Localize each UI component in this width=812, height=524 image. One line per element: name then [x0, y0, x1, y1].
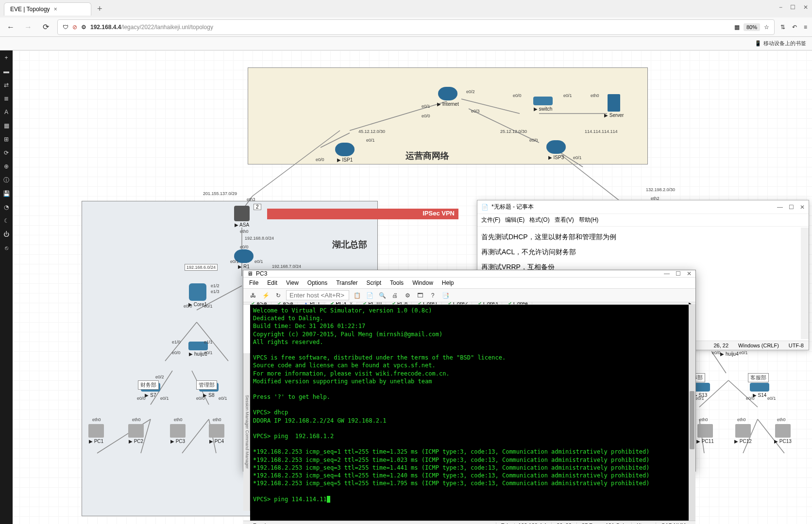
- session-icon[interactable]: 🗔: [415, 291, 425, 300]
- refresh-icon[interactable]: ⟳: [2, 148, 11, 157]
- device-switch[interactable]: ▶ switch: [533, 97, 553, 112]
- menu-edit[interactable]: Edit: [267, 279, 277, 286]
- host-input[interactable]: [286, 290, 349, 300]
- menu-view[interactable]: 查看(V): [555, 216, 574, 224]
- device-pc4[interactable]: ▶ PC4: [209, 424, 224, 444]
- qr-icon[interactable]: ▦: [734, 24, 740, 31]
- device-internet[interactable]: ▶ Internet: [437, 87, 459, 107]
- menu-script[interactable]: Script: [366, 279, 381, 286]
- device-asa[interactable]: ▶ ASA: [234, 206, 250, 228]
- terminal-title-text: 🖥 PC3: [247, 270, 664, 277]
- reconnect-icon[interactable]: ↻: [273, 291, 283, 300]
- device-server[interactable]: ▶ Server: [604, 94, 624, 118]
- maximize-icon[interactable]: ☐: [789, 204, 794, 211]
- settings-icon[interactable]: ⚙: [403, 291, 412, 300]
- clock-icon[interactable]: ◔: [2, 203, 11, 212]
- maximize-icon[interactable]: ☐: [676, 270, 681, 277]
- lock-icon[interactable]: ⊘: [72, 24, 77, 31]
- notepad-line: 再测试ACL，不允许访问财务部: [481, 245, 805, 260]
- menu-format[interactable]: 格式(O): [529, 216, 549, 224]
- url-box[interactable]: 🛡 ⊘ ⚙ 192.168.4.4/legacy/2022/lanhaikeji…: [57, 19, 775, 35]
- link-icon[interactable]: ⇄: [2, 81, 11, 89]
- about-icon[interactable]: 📑: [440, 291, 450, 300]
- menu-edit[interactable]: 编辑(E): [505, 216, 524, 224]
- connect-icon[interactable]: 🖧: [248, 291, 258, 300]
- zoom-badge[interactable]: 80%: [744, 23, 760, 31]
- close-icon[interactable]: ✕: [803, 4, 808, 11]
- port-label: e0/1: [563, 93, 572, 98]
- save-icon[interactable]: 💾: [2, 189, 11, 198]
- maximize-icon[interactable]: ☐: [790, 4, 795, 11]
- star-icon[interactable]: ☆: [764, 24, 769, 31]
- dept-guanli: 管理部: [196, 380, 217, 390]
- help-icon[interactable]: ?: [428, 291, 438, 300]
- menu-help[interactable]: 帮助(H): [579, 216, 599, 224]
- session-manager-label[interactable]: Session Manager Command Manager: [243, 353, 250, 511]
- menu-icon[interactable]: ≡: [804, 24, 807, 31]
- browser-tab[interactable]: EVE | Topology ×: [4, 2, 91, 16]
- dark-icon[interactable]: ☾: [2, 216, 11, 225]
- topology-canvas[interactable]: + ▬ ⇄ ≣ A ▦ ⊞ ⟳ ⊕ ⓘ 💾 ◔ ☾ ⏻ ⎋ 运营商网络 湖北总部…: [0, 50, 812, 524]
- print-icon[interactable]: 🖨: [390, 291, 400, 300]
- close-icon[interactable]: ×: [54, 6, 57, 13]
- close-icon[interactable]: ✕: [687, 270, 692, 277]
- menu-file[interactable]: File: [249, 279, 258, 286]
- device-pc11[interactable]: ▶ PC11: [696, 424, 714, 444]
- terminal-titlebar[interactable]: 🖥 PC3 — ☐ ✕: [243, 270, 695, 278]
- minimize-icon[interactable]: —: [777, 204, 783, 211]
- menu-transfer[interactable]: Transfer: [336, 279, 357, 286]
- mobile-bookmarks-link[interactable]: 📱 移动设备上的书签: [755, 40, 806, 47]
- settings-icon[interactable]: ⚙: [81, 24, 86, 31]
- image-icon[interactable]: ▦: [2, 121, 11, 130]
- port-label: e0/1: [422, 104, 430, 109]
- text-icon[interactable]: A: [2, 108, 11, 116]
- forward-button[interactable]: →: [22, 21, 34, 33]
- list-icon[interactable]: ≣: [2, 94, 11, 103]
- menu-tools[interactable]: Tools: [390, 279, 404, 286]
- notepad-scrollbar[interactable]: [801, 228, 809, 339]
- shield-icon[interactable]: 🛡: [63, 24, 68, 31]
- terminal-window[interactable]: 🖥 PC3 — ☐ ✕ File Edit View Options Trans…: [243, 270, 696, 472]
- paste-icon[interactable]: 📄: [365, 291, 374, 300]
- device-pc2[interactable]: ▶ PC2: [128, 424, 144, 444]
- menu-options[interactable]: Options: [307, 279, 327, 286]
- port-label: e0/0: [196, 396, 205, 401]
- port-label: e0/0: [513, 93, 522, 98]
- copy-icon[interactable]: 📋: [352, 291, 362, 300]
- browser-chrome: EVE | Topology × + − ☐ ✕ ← → ⟳ 🛡 ⊘ ⚙ 192…: [0, 0, 812, 51]
- exit-icon[interactable]: ⎋: [2, 244, 11, 252]
- device-pc1[interactable]: ▶ PC1: [88, 424, 104, 444]
- menu-help[interactable]: Help: [442, 279, 454, 286]
- node-icon[interactable]: ▬: [2, 67, 11, 76]
- terminal-body[interactable]: Welcome to Virtual PC Simulator, version…: [250, 305, 695, 521]
- undo-icon[interactable]: ↶: [792, 24, 797, 31]
- find-icon[interactable]: 🔍: [377, 291, 387, 300]
- device-pc12[interactable]: ▶ PC12: [734, 424, 752, 444]
- scroll-thumb[interactable]: [690, 391, 694, 449]
- device-isp1[interactable]: ▶ ISP1: [335, 143, 355, 163]
- terminal-statusbar: Ready Telnet: 192.168.4.4 26, 22 27 Rows…: [243, 521, 695, 524]
- notepad-titlebar[interactable]: 📄 *无标题 - 记事本 — ☐ ✕: [477, 200, 809, 214]
- device-pc13[interactable]: ▶ PC13: [774, 424, 792, 444]
- reload-button[interactable]: ⟳: [40, 21, 51, 33]
- menu-file[interactable]: 文件(F): [481, 216, 500, 224]
- new-tab-button[interactable]: +: [93, 4, 106, 14]
- grid-icon[interactable]: ⊞: [2, 135, 11, 144]
- add-icon[interactable]: +: [2, 53, 11, 62]
- menu-window[interactable]: Window: [412, 279, 433, 286]
- back-button[interactable]: ←: [5, 21, 17, 33]
- menu-view[interactable]: View: [286, 279, 299, 286]
- subnet-1928: 192.168.8.0/24: [245, 236, 274, 241]
- device-pc3[interactable]: ▶ PC3: [170, 424, 186, 444]
- terminal-scrollbar[interactable]: [689, 305, 695, 521]
- info-icon[interactable]: ⓘ: [2, 176, 11, 184]
- close-icon[interactable]: ✕: [800, 204, 805, 211]
- power-icon[interactable]: ⏻: [2, 230, 11, 239]
- zoom-icon[interactable]: ⊕: [2, 162, 11, 171]
- minimize-icon[interactable]: −: [779, 4, 782, 11]
- terminal-menu: File Edit View Options Transfer Script T…: [243, 278, 695, 289]
- quick-icon[interactable]: ⚡: [261, 291, 271, 300]
- minimize-icon[interactable]: —: [664, 270, 670, 277]
- extension-icon[interactable]: ⇅: [780, 24, 785, 31]
- device-isp3[interactable]: ▶ ISP3: [546, 140, 566, 160]
